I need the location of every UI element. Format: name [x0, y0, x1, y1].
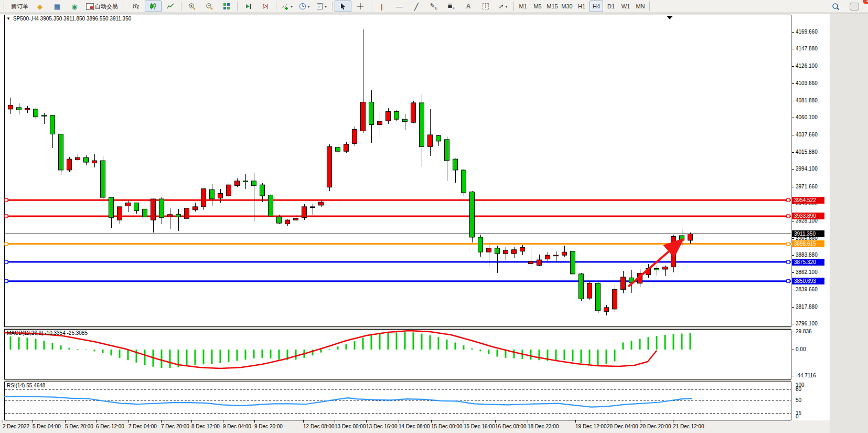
navigator-button[interactable]: ◉ [66, 1, 83, 12]
time-tick-mark [366, 420, 367, 423]
new-order-button[interactable]: 新订单 [8, 1, 31, 12]
price-tick-mark [792, 49, 794, 49]
toolbar-grip[interactable] [123, 2, 125, 11]
market-watch-button[interactable]: ◆ [31, 1, 48, 12]
hline-handle [787, 280, 790, 283]
candlestick-chart-button[interactable] [145, 1, 162, 12]
time-tick-label: 20 Dec 04:00 [607, 424, 638, 429]
arrows-button[interactable]: ↗▾ [495, 1, 511, 12]
hline-price-label: 3954.522 [792, 197, 824, 204]
time-tick-label: 2 Dec 2022 [3, 424, 29, 429]
rsi-tick-label: 50 [796, 397, 801, 403]
notifications-button[interactable]: 1 [846, 1, 863, 12]
bar-chart-button[interactable] [127, 1, 144, 12]
price-tick-mark [792, 32, 794, 33]
macd-panel[interactable] [4, 329, 791, 382]
timeframe-button-m15[interactable]: M15 [545, 1, 559, 12]
text-icon: A [466, 3, 471, 9]
auto-trading-button[interactable]: 自动交易 [83, 1, 121, 12]
time-tick-label: 19 Dec 12:00 [575, 424, 607, 429]
trading-terminal: 新订单 ◆ ▦ ◉ 自动交易 [0, 0, 868, 433]
toolbar-separator [276, 2, 276, 11]
timeframe-button-m1[interactable]: M1 [516, 1, 530, 12]
time-tick-label: 7 Dec 20:00 [161, 424, 189, 429]
timeframe-button-w1[interactable]: W1 [619, 1, 633, 12]
panel-splitter[interactable] [4, 327, 791, 329]
main-chart-canvas[interactable] [4, 15, 791, 327]
candlestick-chart-icon [149, 3, 157, 10]
horizontal-line-button[interactable]: — [391, 1, 408, 12]
timeframe-button-h4[interactable]: H4 [590, 1, 603, 12]
chevron-down-icon: ▾ [506, 4, 508, 9]
timeframe-button-m5[interactable]: M5 [531, 1, 544, 12]
trendline-button[interactable]: ╱ [408, 1, 425, 12]
bar-chart-icon [132, 3, 140, 10]
candle [470, 191, 475, 242]
time-tick-label: 5 Dec 20:00 [65, 424, 93, 429]
periods-button[interactable]: ▾ [296, 1, 313, 12]
macd-label: MACD(12,26,9) -10.3354 -25.3085 [7, 330, 88, 336]
vertical-line-icon: | [381, 3, 382, 10]
time-tick-label: 18 Dec 23:00 [528, 424, 559, 429]
macd-tick-label: -44.7116 [796, 373, 816, 378]
vertical-line-button[interactable]: | [373, 1, 390, 12]
time-tick-label: 6 Dec 12:00 [96, 424, 124, 429]
toolbar-grip[interactable] [4, 2, 6, 11]
candle [587, 281, 592, 300]
rsi-panel[interactable] [4, 382, 791, 423]
price-tick-label: 3839.660 [796, 287, 818, 292]
price-tick-label: 4015.880 [796, 149, 818, 155]
trendline-icon: ╱ [414, 3, 419, 10]
timeframe-button-h1[interactable]: H1 [575, 1, 588, 12]
time-tick-mark [673, 420, 673, 423]
panel-splitter[interactable] [4, 379, 791, 382]
new-order-label: 新订单 [11, 3, 28, 10]
zoom-in-button[interactable] [184, 1, 200, 12]
tile-windows-button[interactable] [218, 1, 235, 12]
time-tick-label: 13 Dec 16:00 [366, 424, 398, 429]
candle [269, 194, 273, 217]
chart-shift-icon [262, 3, 269, 10]
candle [411, 101, 416, 123]
chart-title-text: SP500-,H4 3905.350 3911.850 3896.550 391… [13, 16, 131, 22]
search-button[interactable] [827, 1, 844, 12]
price-tick-mark [792, 238, 794, 239]
timeframe-button-d1[interactable]: D1 [604, 1, 618, 12]
main-chart-panel[interactable] [4, 15, 791, 329]
time-tick-label: 21 Dec 12:00 [673, 424, 704, 429]
timeframe-button-m30[interactable]: M30 [560, 1, 574, 12]
indicators-button[interactable]: ▾ [278, 1, 295, 12]
templates-button[interactable]: ▾ [313, 1, 330, 12]
collapse-icon[interactable]: ▼ [6, 16, 10, 21]
time-tick-mark [191, 420, 192, 423]
toolbar-separator [332, 2, 333, 11]
price-tick-mark [792, 204, 794, 204]
price-tick-label: 4037.660 [796, 132, 818, 138]
timeframe-button-mn[interactable]: MN [634, 1, 647, 12]
line-chart-button[interactable] [162, 1, 179, 12]
hline-price-label: 3898.615 [792, 240, 824, 247]
time-tick-mark [431, 420, 432, 423]
macd-tick-label: 29.836 [796, 329, 812, 334]
data-window-button[interactable]: ▦ [49, 1, 66, 12]
fibonacci-button[interactable]: ≣F [443, 1, 459, 12]
text-button[interactable]: A [460, 1, 477, 12]
time-tick-mark [607, 420, 607, 423]
auto-scroll-button[interactable] [240, 1, 256, 12]
candle [671, 235, 676, 272]
chart-shift-button[interactable] [257, 1, 274, 12]
rsi-canvas[interactable] [4, 382, 791, 420]
macd-canvas[interactable] [4, 329, 791, 379]
cursor-button[interactable] [335, 1, 351, 12]
candle [462, 169, 466, 196]
text-label-button[interactable]: T [477, 1, 494, 12]
crosshair-button[interactable] [352, 1, 369, 12]
price-tick-label: 3994.100 [796, 166, 818, 172]
channel-button[interactable]: ✎E [425, 1, 442, 12]
notification-badge: 1 [863, 0, 868, 4]
time-tick-label: 15 Dec 00:00 [431, 424, 463, 429]
price-tick-mark [792, 324, 794, 324]
zoom-out-button[interactable] [201, 1, 218, 12]
price-tick-label: 3883.880 [796, 252, 818, 258]
price-tick-label: 4147.880 [796, 46, 818, 51]
